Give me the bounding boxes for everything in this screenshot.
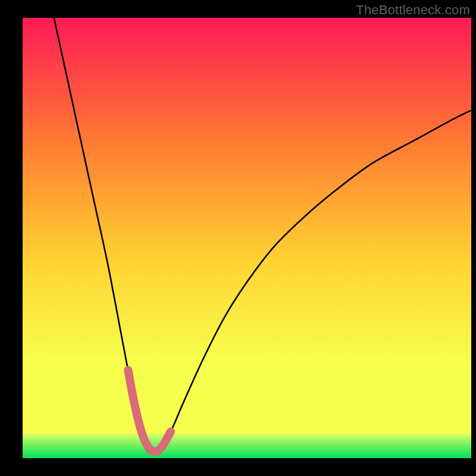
chart-container: TheBottleneck.com	[0, 0, 476, 476]
green-band	[23, 434, 471, 458]
bottleneck-chart	[0, 0, 476, 476]
plot-background	[23, 18, 471, 458]
watermark-text: TheBottleneck.com	[356, 2, 470, 18]
